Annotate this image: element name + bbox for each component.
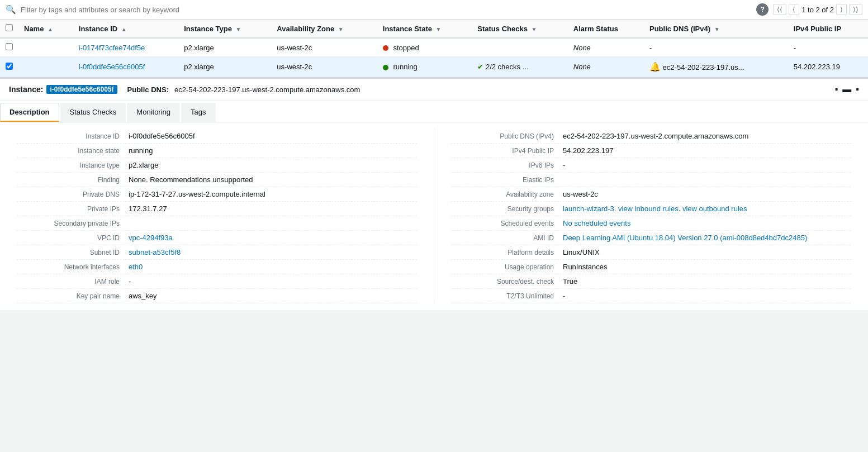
- desc-value: ec2-54-202-223-197.us-west-2.compute.ama…: [563, 132, 851, 140]
- select-all-header[interactable]: [0, 20, 18, 38]
- pagination-prev[interactable]: ⟨: [789, 4, 799, 15]
- desc-value: ip-172-31-7-27.us-west-2.compute.interna…: [129, 190, 417, 198]
- desc-value[interactable]: subnet-a53cf5f8: [129, 248, 417, 256]
- row-instance-id[interactable]: i-0174f73cfee74df5e: [73, 38, 178, 57]
- desc-row-security-groups: Security groupslaunch-wizard-3. view inb…: [451, 202, 851, 216]
- col-ipv4-public[interactable]: IPv4 Public IP: [788, 20, 868, 38]
- desc-label: Instance ID: [17, 132, 129, 140]
- panel-icon-2[interactable]: ▬: [842, 84, 851, 94]
- row-checkbox-1[interactable]: [6, 63, 13, 70]
- desc-link[interactable]: vpc-4294f93a: [129, 234, 173, 242]
- row-checkbox-cell[interactable]: [0, 38, 18, 57]
- row-instance-type: p2.xlarge: [178, 57, 271, 77]
- row-ipv4: -: [788, 38, 868, 57]
- security-group-link[interactable]: launch-wizard-3: [563, 204, 614, 213]
- desc-link[interactable]: No scheduled events: [563, 219, 630, 227]
- panel-icon-3[interactable]: ▪: [856, 84, 859, 94]
- detail-instance-id: i-0f0ddfe5e56c6005f: [46, 85, 117, 94]
- panel-icon-1[interactable]: ▪: [835, 84, 838, 94]
- desc-label: Network interfaces: [17, 263, 129, 271]
- col-name[interactable]: Name ▲: [18, 20, 73, 38]
- tab-monitoring[interactable]: Monitoring: [127, 103, 180, 122]
- table-header-row: Name ▲ Instance ID ▲ Instance Type ▼ Ava…: [0, 20, 868, 38]
- view-inbound-rules-link[interactable]: view inbound rules: [618, 204, 679, 213]
- pagination-next[interactable]: ⟩: [836, 4, 847, 15]
- desc-value[interactable]: No scheduled events: [563, 219, 851, 227]
- desc-link[interactable]: Deep Learning AMI (Ubuntu 18.04) Version…: [563, 234, 807, 242]
- desc-value: Linux/UNIX: [563, 248, 851, 256]
- desc-value: us-west-2c: [563, 190, 851, 198]
- desc-row-scheduled-events: Scheduled eventsNo scheduled events: [451, 216, 851, 231]
- row-availability-zone: us-west-2c: [271, 57, 377, 77]
- desc-link[interactable]: subnet-a53cf5f8: [129, 248, 181, 256]
- alarm-icon: 🔔: [649, 62, 661, 72]
- col-public-dns[interactable]: Public DNS (IPv4) ▼: [644, 20, 788, 38]
- desc-value: i-0f0ddfe5e56c6005f: [129, 132, 417, 140]
- pagination-first[interactable]: ⟨⟨: [773, 4, 786, 15]
- desc-row-iam-role: IAM role-: [17, 274, 417, 289]
- desc-row-private-dns: Private DNSip-172-31-7-27.us-west-2.comp…: [17, 187, 417, 202]
- desc-label: IPv4 Public IP: [451, 146, 563, 155]
- detail-panel: Instance: i-0f0ddfe5e56c6005f Public DNS…: [0, 78, 868, 310]
- desc-label: Instance type: [17, 161, 129, 169]
- row-instance-id[interactable]: i-0f0ddfe5e56c6005f: [73, 57, 178, 77]
- desc-label: Secondary private IPs: [17, 219, 129, 227]
- desc-label: Public DNS (IPv4): [451, 132, 563, 140]
- tab-status-checks[interactable]: Status Checks: [60, 103, 126, 122]
- view-outbound-rules-link[interactable]: view outbound rules: [682, 204, 747, 213]
- detail-public-dns-label: Public DNS:: [127, 85, 169, 94]
- col-alarm-status[interactable]: Alarm Status: [568, 20, 644, 38]
- desc-value[interactable]: Deep Learning AMI (Ubuntu 18.04) Version…: [563, 234, 851, 242]
- search-icon: 🔍: [6, 4, 16, 15]
- desc-value: None. Recommendations unsupported: [129, 175, 417, 184]
- desc-label: Platform details: [451, 248, 563, 256]
- desc-value: True: [563, 277, 851, 286]
- desc-left-col: Instance IDi-0f0ddfe5e56c6005fInstance s…: [0, 129, 434, 303]
- row-checkbox-cell[interactable]: [0, 57, 18, 77]
- desc-label: Finding: [17, 175, 129, 184]
- col-status-checks[interactable]: Status Checks ▼: [472, 20, 567, 38]
- tab-description[interactable]: Description: [0, 103, 59, 122]
- search-input[interactable]: [21, 6, 752, 14]
- help-icon[interactable]: ?: [756, 3, 769, 16]
- desc-value[interactable]: vpc-4294f93a: [129, 234, 417, 242]
- row-public-dns: 🔔 ec2-54-202-223-197.us...: [644, 57, 788, 77]
- desc-label: Private DNS: [17, 190, 129, 198]
- desc-row-source-dest-check: Source/dest. checkTrue: [451, 274, 851, 289]
- desc-link[interactable]: eth0: [129, 263, 143, 271]
- col-instance-type[interactable]: Instance Type ▼: [178, 20, 271, 38]
- row-checkbox-0[interactable]: [6, 43, 13, 50]
- header-actions: ▪ ▬ ▪: [835, 84, 859, 94]
- table-row[interactable]: i-0f0ddfe5e56c6005f p2.xlarge us-west-2c…: [0, 57, 868, 77]
- desc-row-network-interfaces: Network interfaceseth0: [17, 260, 417, 274]
- desc-label: Subnet ID: [17, 248, 129, 256]
- pagination-last[interactable]: ⟩⟩: [849, 4, 862, 15]
- desc-value[interactable]: launch-wizard-3. view inbound rules. vie…: [563, 204, 851, 213]
- pagination-text: 1 to 2 of 2: [801, 6, 834, 14]
- desc-value: RunInstances: [563, 263, 851, 271]
- row-status-checks: ✔ 2/2 checks ...: [472, 57, 567, 77]
- desc-row-public-dns-ipv4-: Public DNS (IPv4)ec2-54-202-223-197.us-w…: [451, 129, 851, 144]
- desc-label: IAM role: [17, 277, 129, 286]
- table-row[interactable]: i-0174f73cfee74df5e p2.xlarge us-west-2c…: [0, 38, 868, 57]
- col-instance-id[interactable]: Instance ID ▲: [73, 20, 178, 38]
- col-availability-zone[interactable]: Availability Zone ▼: [271, 20, 377, 38]
- desc-value[interactable]: eth0: [129, 263, 417, 271]
- instance-header: Instance: i-0f0ddfe5e56c6005f Public DNS…: [0, 79, 868, 101]
- desc-value: -: [563, 161, 851, 169]
- desc-label: VPC ID: [17, 234, 129, 242]
- select-all-checkbox[interactable]: [6, 24, 13, 31]
- desc-label: Security groups: [451, 204, 563, 213]
- desc-row-secondary-private-ips: Secondary private IPs: [17, 216, 417, 231]
- desc-row-ami-id: AMI IDDeep Learning AMI (Ubuntu 18.04) V…: [451, 231, 851, 245]
- desc-label: Key pair name: [17, 292, 129, 300]
- desc-row-instance-id: Instance IDi-0f0ddfe5e56c6005f: [17, 129, 417, 144]
- col-instance-state[interactable]: Instance State ▼: [377, 20, 472, 38]
- desc-label: T2/T3 Unlimited: [451, 292, 563, 300]
- tab-tags[interactable]: Tags: [181, 103, 215, 122]
- row-availability-zone: us-west-2c: [271, 38, 377, 57]
- desc-value: 54.202.223.197: [563, 146, 851, 155]
- desc-value: aws_key: [129, 292, 417, 300]
- desc-label: Usage operation: [451, 263, 563, 271]
- desc-row-ipv4-public-ip: IPv4 Public IP54.202.223.197: [451, 144, 851, 158]
